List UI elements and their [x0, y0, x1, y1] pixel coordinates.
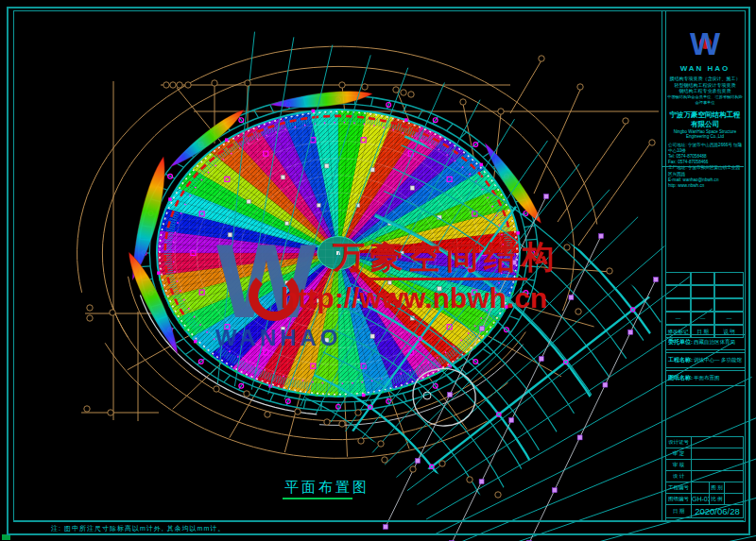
- revision-table: — — — 修改标记 日 期 说 明: [665, 272, 744, 338]
- field-client: 委托单位: 西藏自治区体育局: [665, 334, 746, 350]
- revision-dash: —: [691, 312, 714, 325]
- company-name-en: Ningbo WanHao Space Structure Engineerin…: [666, 129, 744, 139]
- company-logo: W: [679, 23, 731, 64]
- company-name-cn: 宁波万豪空间结构工程有限公司: [666, 110, 744, 129]
- titleblock-divider-1: [662, 10, 662, 521]
- revision-cell: [665, 298, 691, 312]
- frame-inner: [13, 10, 746, 522]
- row-label: 工程编号: [666, 482, 692, 493]
- row-value: [692, 482, 710, 493]
- revision-cell: [714, 285, 744, 298]
- qualification-lines: 膜结构专项资质（含设计、施工） 轻型钢结构工程设计专项资质 钢结构工程专业承包资…: [666, 76, 744, 107]
- field-label: 图纸名称:: [666, 374, 694, 382]
- brand-name: WAN HAO: [666, 64, 744, 73]
- revision-dash: —: [714, 312, 744, 325]
- titleblock-logo-section: W WAN HAO 膜结构专项资质（含设计、施工） 轻型钢结构工程设计专项资质 …: [666, 23, 744, 189]
- revision-cell: [665, 285, 691, 298]
- titleblock-hline: [662, 166, 744, 167]
- row-value: [692, 448, 743, 459]
- row-label: 图纸编号: [666, 494, 692, 504]
- row-label2: 比 例: [710, 494, 725, 504]
- row-value2: [725, 482, 743, 493]
- revision-cell: [691, 285, 714, 298]
- field-label: 工程名称:: [666, 356, 694, 364]
- date-value: 2020/06/28: [692, 505, 743, 517]
- qualification-line: 中国钢结构协会会员单位、江苏省钢结构协会理事单位: [666, 94, 744, 107]
- revision-dash: —: [665, 312, 691, 325]
- revision-cell: [714, 272, 744, 285]
- revision-cell: [714, 298, 744, 312]
- logo-w-letter: W: [679, 23, 731, 64]
- note-strip-line: [13, 520, 744, 533]
- row-label: 设计证号: [666, 437, 692, 448]
- revision-cell: [665, 272, 691, 285]
- row-label: 设 计: [666, 471, 692, 482]
- signature-table: 设计证号 审 定 审 核 设 计 工程编号 图 别 图纸编号 GH-03 比 例…: [665, 436, 744, 518]
- row-label2: 图 别: [710, 482, 725, 493]
- qualification-line: 膜结构专项资质（含设计、施工）: [666, 76, 744, 82]
- contact-line: 工厂地址: 宁波市鄞州区姜山镇工业园区兴园路: [668, 165, 744, 177]
- field-project: 工程名称: 训练中心— 多功能馆: [665, 352, 746, 368]
- field-label: 委托单位:: [666, 338, 694, 347]
- row-value: [692, 460, 743, 470]
- date-label: 日 期: [666, 505, 692, 517]
- field-value: 平面布置图: [694, 375, 720, 381]
- field-drawing: 图纸名称: 平面布置图: [665, 370, 746, 386]
- field-value: 训练中心— 多功能馆: [694, 357, 742, 363]
- revision-cell: [691, 298, 714, 312]
- row-value2: [725, 494, 743, 504]
- row-value: [692, 437, 743, 448]
- contact-line: 公司地址: 宁波市中山西路2666号 恒隆中心10楼: [668, 143, 744, 154]
- revision-cell: [691, 272, 714, 285]
- row-value: [692, 471, 743, 482]
- drawing-number: GH-03: [692, 494, 710, 504]
- contact-line: http: www.nbwh.cn: [668, 183, 744, 189]
- cad-sheet: W WANHAO 万豪空间结构 http://www.nbwh.cn 平面布置图…: [0, 0, 756, 541]
- field-value: 西藏自治区体育局: [694, 339, 735, 346]
- row-label: 审 定: [666, 448, 692, 459]
- row-label: 审 核: [666, 460, 692, 470]
